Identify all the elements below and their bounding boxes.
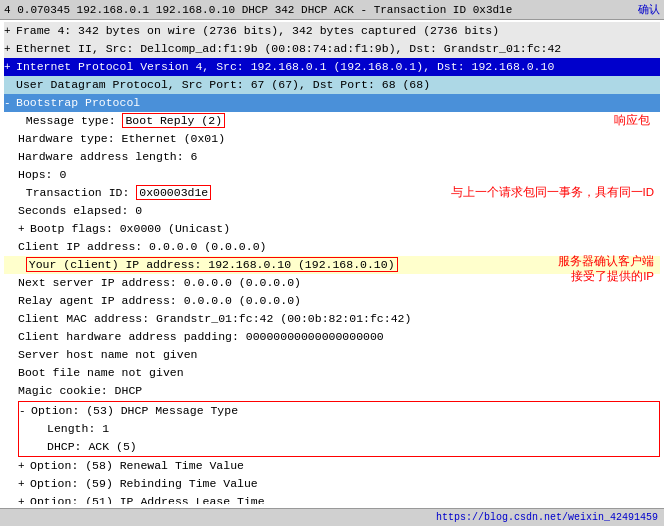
opt58-expand-icon: + [18, 458, 28, 474]
relay-line[interactable]: Relay agent IP address: 0.0.0.0 (0.0.0.0… [4, 292, 660, 310]
bootstrap-header-line[interactable]: - Bootstrap Protocol [4, 94, 660, 112]
ethernet-expand-icon: + [4, 41, 14, 57]
serverhostname-text: Server host name not given [18, 347, 660, 363]
bootfile-text: Boot file name not given [18, 365, 660, 381]
yourip-expand-icon [4, 257, 24, 273]
transid-expand-icon [4, 185, 24, 201]
udp-line[interactable]: User Datagram Protocol, Src Port: 67 (67… [4, 76, 660, 94]
opt53-length-text: Length: 1 [47, 421, 659, 437]
bootreply-highlight: Boot Reply (2) [122, 113, 225, 128]
transid-line[interactable]: Transaction ID: 0x00003d1e 与上一个请求包同一事务，具… [4, 184, 660, 202]
ipv4-line[interactable]: + Internet Protocol Version 4, Src: 192.… [4, 58, 660, 76]
clientmac-text: Client MAC address: Grandstr_01:fc:42 (0… [18, 311, 660, 327]
msgtype-text: Message type: Boot Reply (2) [26, 113, 660, 129]
ipv4-expand-icon: + [4, 59, 14, 75]
seconds-line[interactable]: Seconds elapsed: 0 [4, 202, 660, 220]
udp-text: User Datagram Protocol, Src Port: 67 (67… [16, 77, 660, 93]
nextserver-text: Next server IP address: 0.0.0.0 (0.0.0.0… [18, 275, 660, 291]
seconds-text: Seconds elapsed: 0 [18, 203, 660, 219]
opt58-text: Option: (58) Renewal Time Value [30, 458, 660, 474]
ethernet-text: Ethernet II, Src: Dellcomp_ad:f1:9b (00:… [16, 41, 660, 57]
opt51-text: Option: (51) IP Address Lease Time [30, 494, 660, 504]
udp-expand-icon [4, 77, 14, 93]
opt58-line[interactable]: + Option: (58) Renewal Time Value [4, 457, 660, 475]
hwpadding-line[interactable]: Client hardware address padding: 0000000… [4, 328, 660, 346]
serverhostname-line[interactable]: Server host name not given [4, 346, 660, 364]
opt53-expand-icon: - [19, 403, 29, 419]
bootstrap-expand-icon: - [4, 95, 14, 111]
opt51-line[interactable]: + Option: (51) IP Address Lease Time [4, 493, 660, 504]
hwpadding-text: Client hardware address padding: 0000000… [18, 329, 660, 345]
opt53-value-text: DHCP: ACK (5) [47, 439, 659, 455]
clientip-text: Client IP address: 0.0.0.0 (0.0.0.0) [18, 239, 660, 255]
ethernet-line[interactable]: + Ethernet II, Src: Dellcomp_ad:f1:9b (0… [4, 40, 660, 58]
hops-text: Hops: 0 [18, 167, 660, 183]
opt59-expand-icon: + [18, 476, 28, 492]
relay-text: Relay agent IP address: 0.0.0.0 (0.0.0.0… [18, 293, 660, 309]
bootpflags-text: Bootp flags: 0x0000 (Unicast) [30, 221, 660, 237]
msgtype-line[interactable]: Message type: Boot Reply (2) 响应包 [4, 112, 660, 130]
magic-text: Magic cookie: DHCP [18, 383, 660, 399]
msgtype-expand-icon [4, 113, 24, 129]
opt53-header-line[interactable]: - Option: (53) DHCP Message Type 消息类型为确认… [19, 402, 659, 420]
status-bar: https://blog.csdn.net/weixin_42491459 [0, 508, 664, 526]
yourip-line[interactable]: Your (client) IP address: 192.168.0.10 (… [4, 256, 660, 274]
content-area: + Frame 4: 342 bytes on wire (2736 bits)… [0, 20, 664, 504]
yourip-highlight: Your (client) IP address: 192.168.0.10 (… [26, 257, 398, 272]
bootpflags-icon: + [18, 221, 28, 237]
opt59-line[interactable]: + Option: (59) Rebinding Time Value [4, 475, 660, 493]
annotation-transid: 与上一个请求包同一事务，具有同一ID [451, 184, 655, 200]
hwtype-text: Hardware type: Ethernet (0x01) [18, 131, 660, 147]
ipv4-text: Internet Protocol Version 4, Src: 192.16… [16, 59, 660, 75]
nextserver-line[interactable]: Next server IP address: 0.0.0.0 (0.0.0.0… [4, 274, 660, 292]
hwlen-line[interactable]: Hardware address length: 6 [4, 148, 660, 166]
opt53-length-line[interactable]: Length: 1 [19, 420, 659, 438]
frame-line[interactable]: + Frame 4: 342 bytes on wire (2736 bits)… [4, 22, 660, 40]
option53-block: - Option: (53) DHCP Message Type 消息类型为确认… [18, 401, 660, 457]
magic-line[interactable]: Magic cookie: DHCP [4, 382, 660, 400]
hops-line[interactable]: Hops: 0 [4, 166, 660, 184]
bootstrap-text: Bootstrap Protocol [16, 95, 660, 111]
hwlen-text: Hardware address length: 6 [18, 149, 660, 165]
expand-icon: + [4, 23, 14, 39]
transid-highlight: 0x00003d1e [136, 185, 211, 200]
opt59-text: Option: (59) Rebinding Time Value [30, 476, 660, 492]
opt53-header-text: Option: (53) DHCP Message Type [31, 403, 659, 419]
status-url: https://blog.csdn.net/weixin_42491459 [436, 512, 658, 523]
opt51-expand-icon: + [18, 494, 28, 504]
frame-text: Frame 4: 342 bytes on wire (2736 bits), … [16, 23, 660, 39]
title-text: 4 0.070345 192.168.0.1 192.168.0.10 DHCP… [4, 4, 512, 16]
bootfile-line[interactable]: Boot file name not given [4, 364, 660, 382]
confirm-button[interactable]: 确认 [638, 2, 660, 17]
opt53-value-line[interactable]: DHCP: ACK (5) [19, 438, 659, 456]
title-bar: 4 0.070345 192.168.0.1 192.168.0.10 DHCP… [0, 0, 664, 20]
bootpflags-line[interactable]: + Bootp flags: 0x0000 (Unicast) [4, 220, 660, 238]
main-container: 4 0.070345 192.168.0.1 192.168.0.10 DHCP… [0, 0, 664, 526]
clientmac-line[interactable]: Client MAC address: Grandstr_01:fc:42 (0… [4, 310, 660, 328]
annotation-bootreply: 响应包 [614, 112, 650, 128]
hwtype-line[interactable]: Hardware type: Ethernet (0x01) [4, 130, 660, 148]
